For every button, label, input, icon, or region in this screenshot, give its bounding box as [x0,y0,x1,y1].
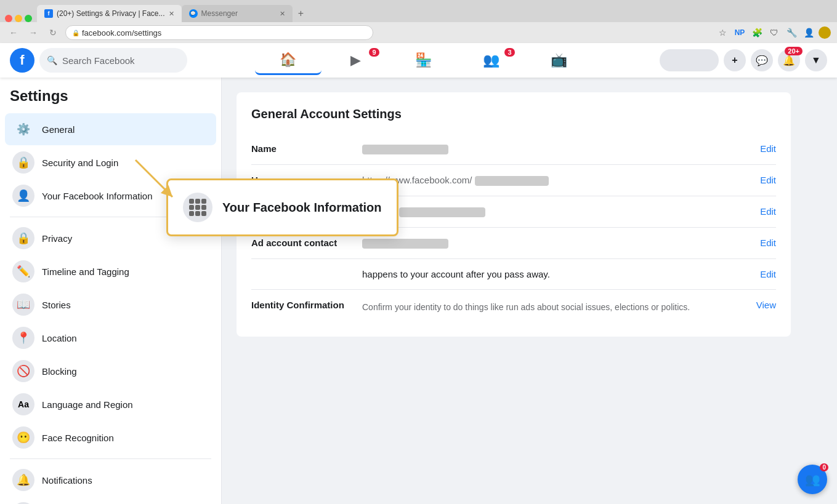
sidebar-label-general: General [42,124,75,135]
sidebar-item-language[interactable]: Aa Language and Region [5,388,216,420]
notifications-button[interactable]: 🔔 20+ [778,49,800,71]
tooltip-box: Your Facebook Information [166,178,398,236]
row-label-name: Name [251,143,362,154]
name-blurred [362,145,448,154]
sidebar-label-privacy: Privacy [42,233,72,244]
address-text: facebook.com/settings [82,28,161,38]
svg-rect-4 [201,199,206,204]
traffic-light-green[interactable] [25,15,32,22]
general-icon: ⚙️ [12,118,34,140]
sidebar-label-notifications: Notifications [42,475,92,486]
sidebar-item-notifications[interactable]: 🔔 Notifications [5,464,216,496]
row-value-identity: Confirm your identity to do things like … [362,300,746,312]
refresh-button[interactable]: ↻ [46,25,60,40]
search-bar[interactable]: 🔍 Search Facebook [39,48,187,73]
bottom-right-people-button[interactable]: 👥 0 [798,465,827,494]
profile-icon-nav[interactable]: NP [732,25,747,40]
traffic-light-red[interactable] [5,15,12,22]
circle-icon[interactable] [819,26,831,39]
face-recognition-icon: 😶 [12,426,34,449]
account-dropdown-button[interactable]: ▼ [805,49,827,71]
back-button[interactable]: ← [6,25,21,40]
sidebar-item-face-recognition[interactable]: 😶 Face Recognition [5,422,216,454]
tab-favicon-messenger: 💬 [189,9,198,18]
ad-contact-blurred [362,239,448,249]
lock-icon: 🔒 [72,30,79,36]
tooltip-overlay: Your Facebook Information [166,178,398,236]
nav-marketplace[interactable]: 🏪 [390,46,457,75]
nav-gaming[interactable]: 📺 [526,46,592,75]
watch-badge: 9 [369,48,379,57]
svg-line-0 [135,160,172,197]
sidebar-item-general[interactable]: ⚙️ General [5,113,216,145]
ad-contact-edit-button[interactable]: Edit [750,238,776,248]
row-label-identity: Identity Confirmation [251,300,362,310]
sidebar-item-location[interactable]: 📍 Location [5,322,216,354]
sidebar-item-blocking[interactable]: 🚫 Blocking [5,355,216,387]
sidebar-item-timeline[interactable]: ✏️ Timeline and Tagging [5,255,216,287]
puzzle-nav-icon[interactable]: 🔧 [784,25,799,40]
facebook-logo[interactable]: f [10,48,34,73]
svg-rect-9 [195,211,200,216]
row-value-username: https://www.facebook.com/ [362,175,750,186]
sidebar-item-mobile[interactable]: 📱 Mobile [5,497,216,504]
page-layout: Settings ⚙️ General 🔒 Security and Login… [0,78,837,504]
row-label-ad-contact: Ad account contact [251,238,362,248]
security-icon: 🔒 [12,151,34,174]
watch-icon: ▶ [350,52,361,68]
sidebar-label-security: Security and Login [42,158,118,168]
sidebar-item-security[interactable]: 🔒 Security and Login [5,146,216,178]
name-edit-button[interactable]: Edit [750,143,776,154]
main-content: General Account Settings Name Edit Usern… [222,78,837,504]
traffic-light-yellow[interactable] [15,15,22,22]
search-icon: 🔍 [47,55,57,65]
svg-rect-6 [195,205,200,210]
tooltip-arrow [129,154,179,203]
sidebar-item-stories[interactable]: 📖 Stories [5,289,216,321]
settings-row-name: Name Edit [251,134,776,165]
search-placeholder: Search Facebook [62,55,135,66]
contact-blurred [399,207,485,217]
username-edit-button[interactable]: Edit [750,175,776,185]
tab-favicon-facebook: f [44,9,53,18]
browser-nav-icons: ☆ NP 🧩 🛡 🔧 👤 [715,25,831,40]
svg-rect-3 [195,199,200,204]
nav-watch[interactable]: ▶ 9 [323,46,389,75]
browser-tab-messenger[interactable]: 💬 Messenger ✕ [182,5,293,22]
identity-view-button[interactable]: View [746,300,776,310]
nav-groups[interactable]: 👥 3 [458,46,525,75]
memorialization-edit-button[interactable]: Edit [750,269,776,279]
stories-icon: 📖 [12,294,34,316]
tab-close-messenger[interactable]: ✕ [280,10,285,18]
tab-label-facebook: (20+) Settings & Privacy | Face... [57,9,165,18]
messenger-button[interactable]: 💬 [751,49,773,71]
home-icon: 🏠 [280,52,296,68]
svg-rect-10 [201,211,206,216]
forward-button[interactable]: → [26,25,41,40]
row-value-contact: Primary: [362,206,750,217]
shield-nav-icon[interactable]: 🛡 [767,25,782,40]
header-right: + 💬 🔔 20+ ▼ [660,49,827,71]
account-circle-icon[interactable]: 👤 [801,25,816,40]
notifications-sidebar-icon: 🔔 [12,469,34,491]
browser-tab-facebook[interactable]: f (20+) Settings & Privacy | Face... ✕ [37,5,182,22]
tooltip-icon [183,193,212,222]
extension-icon[interactable]: 🧩 [750,25,764,40]
browser-nav: ← → ↻ 🔒 facebook.com/settings ☆ NP 🧩 🛡 🔧… [0,22,837,43]
settings-row-identity: Identity Confirmation Confirm your ident… [251,290,776,322]
contact-edit-button[interactable]: Edit [750,206,776,217]
blocking-icon: 🚫 [12,360,34,382]
tab-close-facebook[interactable]: ✕ [169,10,174,18]
star-icon[interactable]: ☆ [715,25,730,40]
sidebar-label-location: Location [42,333,77,343]
location-icon: 📍 [12,327,34,349]
row-value-memorialization: happens to your account after you pass a… [362,269,750,279]
address-bar[interactable]: 🔒 facebook.com/settings [65,25,373,40]
add-button[interactable]: + [724,49,746,71]
sidebar: Settings ⚙️ General 🔒 Security and Login… [0,78,222,504]
new-tab-button[interactable]: + [293,5,310,22]
nav-home[interactable]: 🏠 [255,46,321,75]
settings-card-title: General Account Settings [251,107,776,121]
svg-rect-8 [189,211,194,216]
timeline-icon: ✏️ [12,260,34,282]
